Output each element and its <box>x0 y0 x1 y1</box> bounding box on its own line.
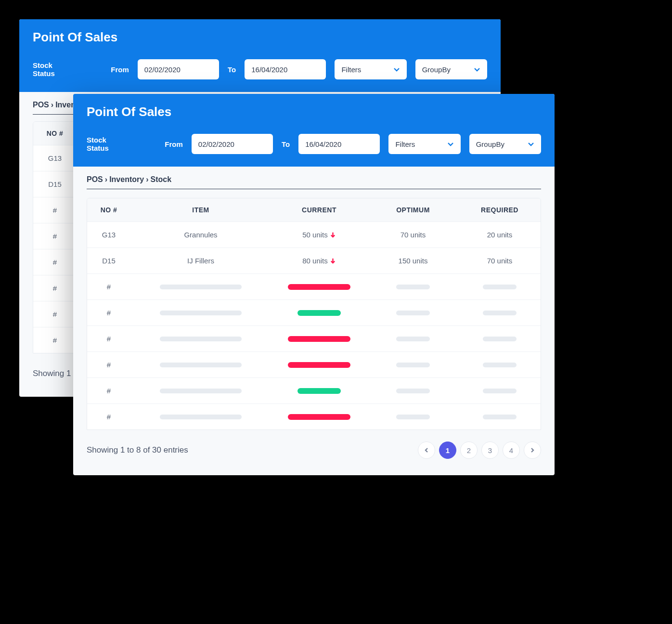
to-label: To <box>282 140 290 148</box>
col-no: NO # <box>33 130 77 137</box>
to-date-input[interactable]: 16/04/2020 <box>298 134 380 154</box>
table-row[interactable]: # <box>87 377 541 403</box>
chevron-down-icon <box>528 141 534 147</box>
filters-select[interactable]: Filters <box>335 59 406 79</box>
page-button[interactable]: 1 <box>439 442 456 459</box>
page-button[interactable]: 3 <box>481 442 499 459</box>
breadcrumb-part[interactable]: Stock <box>150 175 171 183</box>
col-item: ITEM <box>130 206 271 214</box>
table-row[interactable]: # <box>87 299 541 325</box>
table-header: NO # ITEM CURRENT OPTIMUM REQUIRED <box>87 198 541 221</box>
arrow-down-icon <box>330 232 336 238</box>
pagination: 1 2 3 4 <box>418 442 541 459</box>
from-date-input[interactable]: 02/02/2020 <box>192 134 273 154</box>
table-row[interactable]: D15 IJ Fillers 80 units 150 units 70 uni… <box>87 247 541 273</box>
col-required: REQUIRED <box>459 206 541 214</box>
col-optimum: OPTIMUM <box>367 206 459 214</box>
header: Point Of Sales Stock Status From 02/02/2… <box>73 94 555 167</box>
breadcrumb-part[interactable]: POS <box>87 175 103 183</box>
chevron-left-icon <box>424 447 429 453</box>
table-footer: Showing 1 to 8 of 30 entries 1 2 3 4 <box>73 430 555 475</box>
page-title: Point Of Sales <box>33 30 487 45</box>
page-prev-button[interactable] <box>418 442 435 459</box>
chevron-down-icon <box>474 66 480 73</box>
page-button[interactable]: 2 <box>460 442 478 459</box>
table-row[interactable]: # <box>87 325 541 351</box>
breadcrumb-part[interactable]: Inventory <box>109 175 144 183</box>
stock-table: NO # ITEM CURRENT OPTIMUM REQUIRED G13 G… <box>87 198 541 430</box>
chevron-down-icon <box>393 66 400 73</box>
groupby-select[interactable]: GroupBy <box>415 59 487 79</box>
breadcrumb-part[interactable]: POS <box>33 101 49 109</box>
from-label: From <box>111 65 129 74</box>
from-label: From <box>165 140 183 148</box>
filter-bar: Stock Status From 02/02/2020 To 16/04/20… <box>87 134 541 154</box>
arrow-down-icon <box>330 258 336 264</box>
showing-status: Showing 1 to 8 of 30 entries <box>87 445 188 455</box>
table-row[interactable]: # <box>87 273 541 299</box>
page-button[interactable]: 4 <box>503 442 520 459</box>
table-row[interactable]: # <box>87 351 541 377</box>
from-date-input[interactable]: 02/02/2020 <box>138 59 219 79</box>
chevron-right-icon <box>530 447 535 453</box>
groupby-select[interactable]: GroupBy <box>469 134 541 154</box>
to-date-input[interactable]: 16/04/2020 <box>245 59 326 79</box>
breadcrumb: POS›Inventory›Stock <box>87 167 541 189</box>
header: Point Of Sales Stock Status From 02/02/2… <box>19 19 501 92</box>
stock-status-label: Stock Status <box>87 136 130 152</box>
table-row[interactable]: G13 Grannules 50 units 70 units 20 units <box>87 221 541 247</box>
chevron-down-icon <box>447 141 454 147</box>
col-current: CURRENT <box>271 206 367 214</box>
filter-bar: Stock Status From 02/02/2020 To 16/04/20… <box>33 59 487 79</box>
page-next-button[interactable] <box>524 442 541 459</box>
page-title: Point Of Sales <box>87 104 541 119</box>
col-no: NO # <box>87 206 130 214</box>
table-row[interactable]: # <box>87 403 541 429</box>
stock-status-label: Stock Status <box>33 61 76 78</box>
filters-select[interactable]: Filters <box>388 134 460 154</box>
pos-window-front: Point Of Sales Stock Status From 02/02/2… <box>73 94 555 475</box>
to-label: To <box>228 65 236 74</box>
